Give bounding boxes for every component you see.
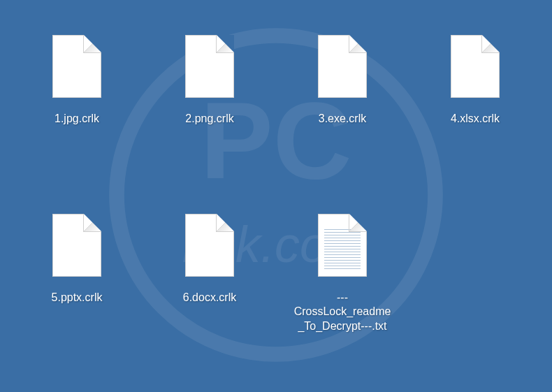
file-label: ---CrossLock_readme_To_Decrypt---.txt <box>293 291 391 334</box>
file-item[interactable]: 3.exe.crlk <box>286 28 398 186</box>
file-item[interactable]: ---CrossLock_readme_To_Decrypt---.txt <box>286 207 398 365</box>
file-label: 5.pptx.crlk <box>52 291 103 305</box>
file-item[interactable]: 1.jpg.crlk <box>21 28 133 186</box>
file-label: 2.png.crlk <box>185 112 233 126</box>
file-label: 3.exe.crlk <box>319 112 366 126</box>
blank-file-icon <box>182 214 238 280</box>
blank-file-icon <box>49 214 105 280</box>
text-file-icon <box>314 214 370 280</box>
desktop: 1.jpg.crlk 2.png.crlk 3.exe.crlk 4.xlsx.… <box>0 0 552 392</box>
file-label: 1.jpg.crlk <box>55 112 99 126</box>
blank-file-icon <box>49 35 105 101</box>
file-item[interactable]: 4.xlsx.crlk <box>419 28 531 186</box>
blank-file-icon <box>314 35 370 101</box>
file-label: 4.xlsx.crlk <box>451 112 500 126</box>
blank-file-icon <box>182 35 238 101</box>
blank-file-icon <box>447 35 503 101</box>
file-item[interactable]: 2.png.crlk <box>154 28 266 186</box>
file-label: 6.docx.crlk <box>183 291 236 305</box>
file-item[interactable]: 6.docx.crlk <box>154 207 266 365</box>
file-item[interactable]: 5.pptx.crlk <box>21 207 133 365</box>
